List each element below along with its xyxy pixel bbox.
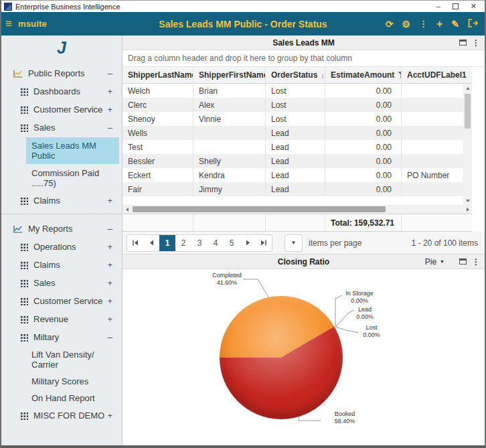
empty-row-space <box>123 196 463 205</box>
table-row[interactable]: TestLead0.00 <box>123 140 463 154</box>
scrollbar-thumb[interactable] <box>133 206 386 212</box>
edit-pencil-icon[interactable]: ✎ <box>451 19 459 29</box>
panel-kebab-icon[interactable]: ⋮ <box>472 40 480 46</box>
sidebar-divider <box>1 214 122 214</box>
sidebar-item-operations[interactable]: Operations + <box>1 238 122 256</box>
column-header-estimateamount[interactable]: EstimateAmount <box>325 67 402 83</box>
popout-window-icon[interactable] <box>459 258 467 265</box>
expand-toggle[interactable]: + <box>107 242 112 252</box>
table-row[interactable]: FairJimmyLead0.00 <box>123 182 463 196</box>
grid-icon <box>20 106 28 114</box>
collapse-toggle[interactable]: – <box>108 224 112 234</box>
titlebar: Enterprise Business Intelligence – ✕ <box>1 1 485 12</box>
sidebar-item-miltary[interactable]: Miltary – <box>1 328 122 346</box>
expand-toggle[interactable]: + <box>107 410 112 421</box>
sidebar-item-military-scores[interactable]: Military Scores <box>1 373 122 390</box>
expand-toggle[interactable]: + <box>107 86 112 96</box>
expand-toggle[interactable]: + <box>107 314 112 324</box>
appbar: ≡ msuite Sales Leads MM Public - Order S… <box>1 12 485 35</box>
table-row[interactable]: WellsLead0.00 <box>123 126 463 140</box>
add-icon[interactable]: + <box>436 19 442 29</box>
sidebar-item-on-hand-report[interactable]: On Hand Report <box>1 390 122 406</box>
chart-type-dropdown[interactable]: Pie ▼ <box>425 257 444 267</box>
expand-toggle[interactable]: + <box>107 104 112 115</box>
page-button-3[interactable]: 3 <box>191 234 208 252</box>
pie[interactable] <box>220 296 343 419</box>
expand-toggle[interactable]: + <box>107 196 112 206</box>
menu-icon[interactable]: ≡ <box>1 18 18 29</box>
grid-icon <box>20 261 28 269</box>
sidebar-item-claims[interactable]: Claims + <box>1 192 122 210</box>
scroll-right-arrow[interactable] <box>463 208 472 212</box>
data-grid: ShipperLastName ShipperFirstName OrderSt… <box>123 67 472 232</box>
main-content: Sales Leads MM ⋮ Drag a column header an… <box>123 35 485 445</box>
scroll-left-arrow[interactable] <box>123 208 131 212</box>
maximize-button[interactable] <box>453 3 459 9</box>
sidebar-item-misc-for-demo[interactable]: MISC FOR DEMO + <box>1 406 122 425</box>
sidebar-item-lift-van-density-carrier[interactable]: Lift Van Density/ Carrier <box>1 346 122 373</box>
grid-rows: WelchBrianLost0.00 ClercAlexLost0.00 She… <box>123 84 463 205</box>
column-header-shipperlastname[interactable]: ShipperLastName <box>123 67 193 83</box>
page-size-dropdown[interactable]: ▼ <box>285 234 303 252</box>
table-row[interactable]: BesslerShellyLead0.00 <box>123 154 463 168</box>
page-button-1[interactable]: 1 <box>159 234 175 252</box>
minimize-button[interactable]: – <box>436 3 440 10</box>
sidebar-section-my-reports[interactable]: My Reports – <box>1 220 122 238</box>
pie-label-lost: Lost0.00% <box>351 324 392 339</box>
gear-icon[interactable]: ⚙ <box>402 19 410 29</box>
sidebar-item-commission-paid[interactable]: Commission Paid .....75) <box>1 165 122 192</box>
collapse-toggle[interactable]: – <box>108 332 112 342</box>
sign-out-icon[interactable] <box>468 19 478 29</box>
sidebar-item-sales-leads-mm-public[interactable]: Sales Leads MM Public <box>26 137 119 164</box>
table-row[interactable]: ClercAlexLost0.00 <box>123 98 463 112</box>
section-label: My Reports <box>28 224 72 234</box>
page-button-4[interactable]: 4 <box>208 234 224 252</box>
table-row[interactable]: ShenoyVinnieLost0.00 <box>123 112 463 126</box>
kebab-menu-icon[interactable]: ⋮ <box>419 19 428 29</box>
grid-icon <box>20 412 28 420</box>
sidebar-section-public-reports[interactable]: Public Reports – <box>1 64 122 82</box>
sidebar-item-revenue[interactable]: Revenue + <box>1 310 122 328</box>
prev-page-button[interactable] <box>143 234 159 252</box>
grid-icon <box>20 197 28 205</box>
scroll-up-arrow[interactable] <box>466 84 470 92</box>
group-drop-hint[interactable]: Drag a column header and drop it here to… <box>123 50 485 67</box>
expand-toggle[interactable]: + <box>107 296 112 306</box>
grid-icon <box>20 333 28 342</box>
sort-desc-icon: ↓ <box>321 71 325 79</box>
sidebar-item-my-sales[interactable]: Sales + <box>1 274 122 292</box>
expand-toggle[interactable]: + <box>107 278 112 288</box>
sidebar-item-my-customer-service[interactable]: Customer Service + <box>1 292 122 310</box>
sidebar-item-sales[interactable]: Sales – <box>1 119 122 137</box>
collapse-toggle[interactable]: – <box>108 123 112 133</box>
vertical-scrollbar[interactable] <box>463 84 472 205</box>
grid-header-row: ShipperLastName ShipperFirstName OrderSt… <box>123 67 472 84</box>
horizontal-scrollbar[interactable] <box>123 205 472 214</box>
next-page-button[interactable] <box>240 234 256 252</box>
page-button-2[interactable]: 2 <box>175 234 191 252</box>
popout-window-icon[interactable] <box>459 40 467 46</box>
panel-kebab-icon[interactable]: ⋮ <box>472 258 480 265</box>
first-page-button[interactable] <box>127 234 143 252</box>
chart-line-icon <box>13 70 23 78</box>
last-page-button[interactable] <box>256 234 272 252</box>
scroll-down-arrow[interactable] <box>466 196 470 205</box>
sidebar-item-customer-service[interactable]: Customer Service + <box>1 100 122 119</box>
scrollbar-thumb[interactable] <box>465 94 471 129</box>
chart-line-icon <box>13 225 23 233</box>
page-button-5[interactable]: 5 <box>224 234 240 252</box>
collapse-toggle[interactable]: – <box>108 68 112 78</box>
close-button[interactable]: ✕ <box>471 3 477 10</box>
expand-toggle[interactable]: + <box>107 260 112 270</box>
refresh-icon[interactable]: ⟳ <box>386 19 394 29</box>
table-row[interactable]: WelchBrianLost0.00 <box>123 84 463 98</box>
column-header-orderstatus[interactable]: OrderStatus ↓ <box>266 67 325 83</box>
column-header-acctudflabel1[interactable]: AcctUDFLabel1 <box>402 67 472 83</box>
items-per-page-label: items per page <box>309 238 361 248</box>
brand-label[interactable]: msuite <box>18 19 47 29</box>
sidebar-item-my-claims[interactable]: Claims + <box>1 256 122 274</box>
table-row[interactable]: EckertKendraLead0.00PO Number <box>123 168 463 182</box>
column-header-shipperfirstname[interactable]: ShipperFirstName <box>193 67 266 83</box>
total-label: Total: <box>331 218 352 228</box>
sidebar-item-dashboards[interactable]: Dashboards + <box>1 82 122 100</box>
